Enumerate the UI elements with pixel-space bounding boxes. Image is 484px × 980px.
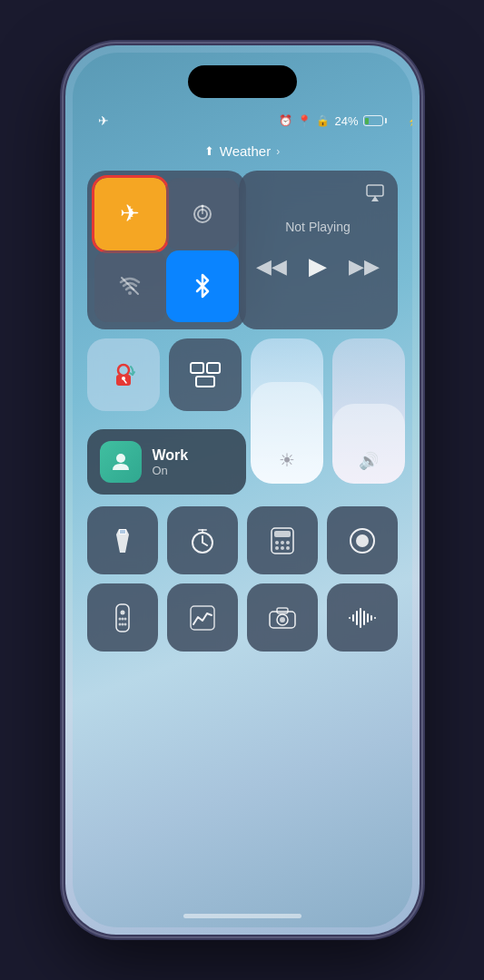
svg-rect-36: [191, 606, 214, 630]
svg-point-34: [118, 622, 121, 625]
calculator-button[interactable]: [247, 506, 318, 574]
svg-point-35: [123, 622, 126, 625]
status-left: ✈: [98, 113, 109, 128]
svg-rect-12: [196, 377, 214, 387]
lock-icon: 🔒: [316, 114, 330, 127]
weather-widget[interactable]: ⬆ Weather ›: [204, 143, 280, 159]
svg-point-4: [128, 291, 132, 295]
svg-rect-15: [120, 530, 125, 534]
screen-lock-icon: [106, 358, 141, 392]
airplay-icon: [365, 183, 385, 203]
work-text: Work On: [153, 446, 189, 477]
svg-point-22: [286, 541, 290, 544]
screen-record-icon: [349, 527, 376, 554]
rewind-button[interactable]: ◀◀: [256, 255, 287, 279]
svg-point-25: [286, 546, 290, 550]
media-player: Not Playing ◀◀ ▶ ▶▶: [239, 171, 398, 329]
cellular-button[interactable]: [166, 178, 239, 250]
svg-point-9: [122, 377, 125, 380]
phone-shell: ✈ ⏰ 📍 🔒 24% ⚡ ⬆ Weather ›: [65, 45, 420, 935]
third-row: Work On: [87, 429, 398, 495]
alarm-icon: ⏰: [279, 114, 292, 127]
connectivity-group: ✈: [87, 171, 246, 329]
work-focus-button[interactable]: Work On: [87, 429, 246, 495]
work-label: Work: [153, 446, 189, 464]
analytics-icon: [189, 604, 216, 632]
svg-point-31: [123, 617, 126, 620]
remote-icon: [114, 603, 131, 633]
dynamic-island: [188, 65, 297, 98]
flashlight-button[interactable]: [87, 506, 158, 574]
weather-chevron-icon: ›: [276, 145, 280, 158]
screen-record-button[interactable]: [327, 506, 398, 574]
soundwave-icon: [348, 606, 377, 630]
svg-rect-11: [207, 363, 220, 373]
screen: ✈ ⏰ 📍 🔒 24% ⚡ ⬆ Weather ›: [73, 53, 412, 927]
wifi-off-icon: [117, 273, 143, 299]
camera-button[interactable]: [247, 583, 318, 652]
status-bar: ✈ ⏰ 📍 🔒 24% ⚡: [73, 107, 412, 134]
svg-point-30: [118, 617, 121, 620]
camera-icon: [268, 606, 297, 630]
svg-point-29: [120, 610, 124, 614]
svg-rect-19: [274, 531, 291, 537]
bluetooth-icon: [193, 273, 212, 299]
svg-point-21: [281, 541, 284, 544]
work-focus-icon: [100, 441, 142, 483]
screen-mirror-button[interactable]: [169, 338, 242, 411]
voice-memos-button[interactable]: [327, 583, 398, 652]
weather-label: Weather: [220, 143, 271, 159]
screen-mirror-icon: [189, 361, 222, 388]
spacer: [255, 429, 398, 495]
svg-rect-40: [277, 608, 288, 613]
timer-button[interactable]: [167, 506, 238, 574]
flashlight-icon: [113, 527, 133, 554]
play-button[interactable]: ▶: [309, 252, 327, 280]
svg-point-39: [280, 617, 285, 622]
wifi-button[interactable]: [94, 250, 167, 323]
location-arrow-icon: ⬆: [204, 144, 214, 158]
svg-rect-10: [191, 363, 203, 373]
screen-lock-button[interactable]: [87, 338, 160, 411]
svg-point-13: [116, 454, 125, 463]
cellular-icon: [191, 202, 214, 226]
calculator-icon: [270, 526, 295, 555]
svg-point-23: [275, 546, 279, 550]
airplane-mode-status-icon: ✈: [98, 113, 109, 128]
battery-icon: ⚡: [363, 115, 387, 126]
bluetooth-button[interactable]: [166, 250, 239, 323]
status-right: ⏰ 📍 🔒 24% ⚡: [279, 114, 386, 128]
bottom-row-2: [87, 583, 398, 652]
svg-point-27: [356, 534, 369, 547]
analytics-button[interactable]: [167, 583, 238, 652]
remote-button[interactable]: [87, 583, 158, 652]
not-playing-text: Not Playing: [285, 220, 351, 234]
airplane-icon: ✈: [120, 200, 140, 228]
svg-point-33: [121, 622, 123, 625]
control-center: ✈: [87, 171, 398, 873]
person-badge-icon: [109, 450, 133, 474]
svg-point-7: [118, 365, 129, 376]
svg-point-20: [275, 541, 279, 544]
media-controls: ◀◀ ▶ ▶▶: [256, 252, 380, 280]
battery-percent-text: 24%: [334, 114, 358, 128]
svg-point-24: [281, 546, 284, 550]
airplay-button[interactable]: [365, 183, 385, 208]
location-icon: 📍: [297, 114, 311, 128]
forward-button[interactable]: ▶▶: [349, 255, 380, 279]
svg-point-32: [121, 617, 123, 620]
charging-icon: ⚡: [408, 116, 412, 126]
svg-rect-6: [367, 185, 383, 196]
airplane-mode-button[interactable]: ✈: [94, 178, 167, 250]
work-on-label: On: [153, 464, 189, 477]
bottom-row-1: [87, 506, 398, 574]
timer-icon: [189, 527, 216, 554]
home-indicator: [183, 914, 301, 918]
